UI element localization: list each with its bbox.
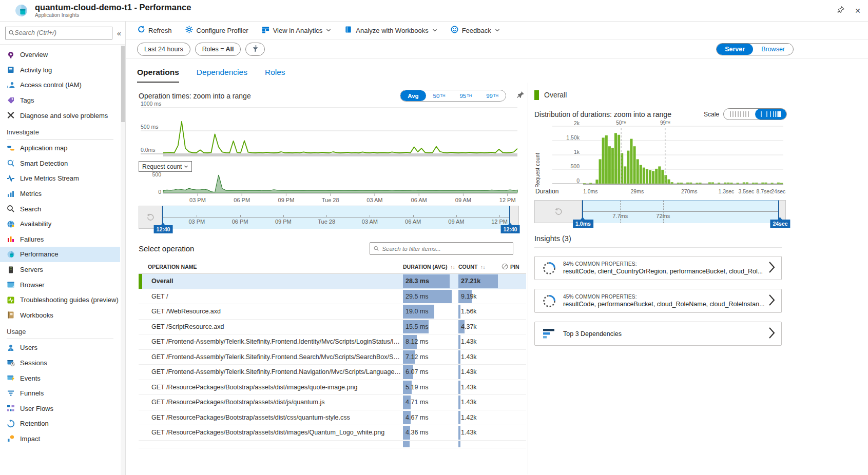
pin-cell[interactable] [501,425,526,441]
toggle-option-browser[interactable]: Browser [753,44,793,55]
pin-cell[interactable] [501,274,526,289]
tab-roles[interactable]: Roles [265,68,285,83]
sidebar-item-events[interactable]: Events [0,370,120,386]
sidebar-item-user-flows[interactable]: User Flows [0,401,120,416]
sidebar-item-users[interactable]: Users [0,340,120,355]
sidebar-search-input[interactable] [14,29,108,36]
percentile-option-avg[interactable]: Avg [400,90,426,101]
pin-cell[interactable] [501,380,526,395]
pin-cell[interactable] [501,304,526,320]
time-slider-band[interactable]: 03 PM06 PM09 PMTue 2803 AM06 AM09 AM12 P… [162,206,510,229]
column-operation-name[interactable]: OPERATION NAME [139,260,403,274]
scale-toggle[interactable] [723,108,787,120]
sidebar-item-retention[interactable]: Retention [0,416,120,431]
operation-row[interactable]: GET /Frontend-Assembly/Telerik.Sitefinit… [139,349,526,365]
sidebar-scrollbar[interactable] [121,45,125,475]
insight-card-3[interactable]: Top 3 Dependencies [534,322,782,346]
count-value: 9.19k [458,293,477,300]
pin-cell[interactable] [501,289,526,304]
sort-icon[interactable]: ↑↓ [480,265,485,270]
close-blade-icon[interactable]: ✕ [855,7,861,15]
operation-row[interactable]: GET /Frontend-Assembly/Telerik.Sitefinit… [139,334,526,350]
sidebar-item-servers[interactable]: Servers [0,262,120,278]
operation-row[interactable]: GET /ScriptResource.axd15.5 ms4.37k [139,319,526,334]
pin-cell[interactable] [501,395,526,410]
sidebar-item-application-map[interactable]: Application map [0,141,120,156]
duration-slider-end-badge[interactable]: 24sec [770,220,790,228]
duration-slider-start-badge[interactable]: 1.0ms [573,220,593,228]
sidebar-item-failures[interactable]: Failures [0,232,120,247]
operation-row[interactable]: GET /ResourcePackages/Bootstrap/assets/d… [139,380,526,395]
sidebar-item-sessions[interactable]: Sessions [0,355,120,371]
operation-row[interactable]: GET /29.5 ms9.19k [139,289,526,304]
command-feedback[interactable]: Feedback [451,26,500,35]
column-duration-avg[interactable]: DURATION (AVG)↑↓ [403,260,458,274]
add-filter-button[interactable] [245,43,265,56]
sidebar-item-smart-detection[interactable]: Smart Detection [0,156,120,171]
duration-histogram[interactable]: Request count2k1.50k1k500050TH99THDurati… [534,120,787,198]
pin-cell[interactable] [501,349,526,365]
sidebar-item-overview[interactable]: Overview [0,47,120,63]
sidebar-item-diagnose-and-solve-problems[interactable]: Diagnose and solve problems [0,108,120,123]
sidebar-item-search[interactable]: Search [0,201,120,216]
operation-row[interactable] [139,440,526,448]
sidebar-item-live-metrics-stream[interactable]: Live Metrics Stream [0,171,120,186]
command-view-in-analytics[interactable]: View in Analytics [262,26,332,35]
operation-row[interactable]: GET /ResourcePackages/Bootstrap/assets/d… [139,410,526,425]
sidebar-item-impact[interactable]: Impact [0,431,120,447]
percentile-option-95th[interactable]: 95TH [452,90,479,101]
sidebar-item-availability[interactable]: Availability [0,216,120,232]
request-count-chart[interactable]: 500003 PM06 PM09 PMTue 2803 AM06 AM09 AM… [139,172,526,204]
slider-tick [240,215,241,217]
percentile-option-99th[interactable]: 99TH [479,90,506,101]
sidebar-searchbox[interactable] [5,27,112,39]
sidebar-item-metrics[interactable]: Metrics [0,186,120,202]
command-refresh[interactable]: Refresh [137,26,172,35]
toggle-option-server[interactable]: Server [717,44,753,55]
time-range-pill[interactable]: Last 24 hours [137,43,190,56]
sidebar-item-activity-log[interactable]: Activity log [0,63,120,78]
operation-row[interactable]: GET /Frontend-Assembly/Telerik.Sitefinit… [139,365,526,380]
sidebar-item-workbooks[interactable]: Workbooks [0,308,120,323]
column-count[interactable]: COUNT↑↓ [458,260,501,274]
sidebar-item-performance[interactable]: Performance [0,247,120,262]
pin-cell[interactable] [501,410,526,425]
tab-operations[interactable]: Operations [137,68,179,83]
pin-cell[interactable] [501,365,526,380]
sort-icon[interactable]: ↑↓ [451,265,455,270]
time-slider-start-badge[interactable]: 12:40 [154,225,173,233]
sidebar-item-tags[interactable]: Tags [0,93,120,108]
sidebar-collapse-button[interactable]: « [117,29,121,37]
operation-row[interactable]: GET /ResourcePackages/Bootstrap/assets/d… [139,425,526,441]
chevron-down-icon [326,27,331,34]
sidebar-item-troubleshooting-guides-preview[interactable]: Troubleshooting guides (preview) [0,292,120,308]
sidebar-item-browser[interactable]: Browser [0,277,120,292]
scale-linear-option[interactable] [724,109,755,120]
count-value: 27.21k [458,278,480,285]
insight-card-2[interactable]: 45% COMMON PROPERTIES:resultCode, perfor… [534,289,782,313]
sidebar-item-funnels[interactable]: Funnels [0,386,120,401]
pin-blade-icon[interactable] [837,6,844,15]
operation-row[interactable]: GET /ResourcePackages/Bootstrap/assets/d… [139,395,526,410]
operation-row[interactable]: GET /WebResource.axd19.0 ms1.56k [139,304,526,320]
pin-cell[interactable] [501,440,526,448]
scale-log-option[interactable] [755,109,786,120]
operation-row-selected[interactable]: Overall28.3 ms27.21k [139,274,526,289]
command-analyze-with-workbooks[interactable]: Analyze with Workbooks [344,26,437,35]
metric-dropdown[interactable]: Request count [139,161,192,172]
pin-chart-icon[interactable] [516,91,525,101]
duration-slider-band[interactable]: 7.7ms72ms [582,200,779,223]
roles-filter-pill[interactable]: Roles = All [195,43,241,56]
tab-dependencies[interactable]: Dependencies [197,68,247,83]
operation-filter-input[interactable] [382,246,509,252]
command-configure-profiler[interactable]: Configure Profiler [185,26,248,35]
pin-cell[interactable] [501,319,526,334]
pin-cell[interactable] [501,334,526,350]
scrollbar-thumb[interactable] [121,46,125,122]
time-slider-end-badge[interactable]: 12:40 [501,225,520,233]
sidebar-item-access-control-iam[interactable]: Access control (IAM) [0,77,120,93]
insight-card-1[interactable]: 84% COMMON PROPERTIES:resultCode, client… [534,256,782,280]
percentile-option-50th[interactable]: 50TH [426,90,453,101]
operation-times-chart[interactable]: 1000 ms500 ms0.0ms [139,102,526,158]
operation-filter-box[interactable] [370,242,513,255]
